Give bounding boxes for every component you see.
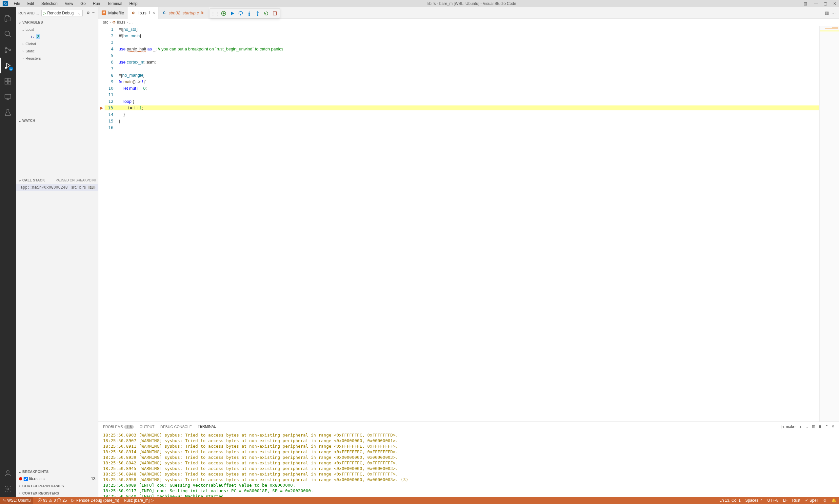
debug-icon[interactable]: 1 [0,58,16,73]
chevron-right-icon: › [17,491,22,495]
search-icon[interactable] [0,26,16,42]
menu-file[interactable]: File [11,1,23,6]
stack-frame[interactable]: app::main@0x08000248 src/lib.rs 13 [16,184,98,191]
variables-section-head[interactable]: ⌄ VARIABLES [16,19,98,26]
chevron-right-icon: › [109,20,111,24]
menu-run[interactable]: Run [90,1,103,6]
svg-point-2 [5,51,7,53]
debug-config-select[interactable]: ▷ Renode Debug ⌄ [41,10,83,16]
problems-status[interactable]: ⓧ 93 ⚠ 0 ⓘ 25 [38,498,67,503]
callstack-section-head[interactable]: ⌄ CALL STACK PAUSED ON BREAKPOINT [16,177,98,184]
maximize-panel-icon[interactable]: ⌃ [825,425,828,429]
panel-tab-output[interactable]: OUTPUT [140,425,154,429]
new-terminal-icon[interactable]: ＋ [799,425,802,429]
watch-section-head[interactable]: ⌄ WATCH [16,117,98,124]
breakpoints-section-head[interactable]: ⌄ BREAKPOINTS [16,468,98,475]
tab-startup[interactable]: Cstm32_startup.c9+ [159,7,208,19]
menu-view[interactable]: View [62,1,76,6]
kill-terminal-icon[interactable]: 🗑 [818,425,822,429]
code-editor[interactable]: 1#![no_std] 2#![no_main] 3 4use panic_ha… [98,26,839,421]
close-icon[interactable]: × [152,10,155,15]
step-over-button[interactable] [236,9,245,18]
split-editor-icon[interactable]: ▥ [825,11,829,15]
terminal-line: 18:25:50.8945 [WARNING] sysbus: Tried to… [103,466,834,471]
cortex-registers-head[interactable]: › CORTEX REGISTERS [16,490,98,497]
chevron-down-icon: ⌄ [17,119,22,123]
debug-status[interactable]: ▷ Renode Debug (bare_m) [71,498,119,503]
indentation-status[interactable]: Spaces: 4 [745,498,763,503]
breadcrumb-segment[interactable]: src [103,20,108,24]
breakpoint-path: src [39,476,45,481]
svg-point-13 [240,14,241,15]
tab-librs[interactable]: ⚙lib.rs1× [127,7,159,19]
gear-icon[interactable]: ⚙ [87,11,90,15]
testing-icon[interactable] [0,105,16,121]
panel-tab-terminal[interactable]: TERMINAL [198,425,216,429]
scope-registers[interactable]: ›Registers [16,55,98,62]
sidebar-header: RUN AND DE... ▷ Renode Debug ⌄ ⚙ ⋯ [16,7,98,19]
layout-icon[interactable]: ▥ [804,1,807,6]
accounts-icon[interactable] [0,465,16,481]
scope-static-label: Static [25,49,35,53]
menu-terminal[interactable]: Terminal [105,1,124,6]
minimize-button[interactable]: — [814,1,818,6]
extensions-icon[interactable] [0,73,16,89]
restart-button[interactable] [262,9,271,18]
menu-selection[interactable]: Selection [39,1,60,6]
step-into-button[interactable] [245,9,254,18]
makefile-icon: M [102,11,106,15]
run-and-debug-label: RUN AND DE... [18,11,39,15]
tab-row: MMakefile ⚙lib.rs1× Cstm32_startup.c9+ ⋮… [98,7,839,19]
breadcrumb-segment[interactable]: lib.rs [117,20,125,24]
grip-icon[interactable]: ⋮⋮ [211,9,219,18]
chevron-down-icon[interactable]: ⌄ [806,425,808,429]
notifications-icon[interactable]: 🔔 [832,498,836,503]
language-status[interactable]: Rust [792,498,800,503]
remote-explorer-icon[interactable] [0,89,16,105]
scope-local[interactable]: ⌄Local [16,26,98,33]
svg-rect-7 [8,82,11,84]
spell-status[interactable]: ✓ Spell [805,498,818,503]
close-button[interactable]: ✕ [833,1,836,6]
menu-help[interactable]: Help [127,1,140,6]
maximize-button[interactable]: ▢ [824,1,827,6]
terminal-select[interactable]: ▷ make [782,425,795,429]
more-icon[interactable]: ⋯ [832,11,836,15]
cortex-peripherals-head[interactable]: › CORTEX PERIPHERALS [16,482,98,490]
encoding-status[interactable]: UTF-8 [767,498,778,503]
stop-button[interactable] [271,9,279,18]
variable-row[interactable]: i:2 [16,33,98,40]
terminal-line: 18:25:50.9140 [INFO] machine-0: Machine … [103,493,834,497]
close-panel-icon[interactable]: ✕ [832,425,834,429]
more-icon[interactable]: ⋯ [92,11,96,15]
breadcrumb[interactable]: src › ⚙ lib.rs › ... [98,19,839,26]
remote-indicator[interactable]: ⇋ WSL: Ubuntu [0,497,33,504]
line-number: 14 [105,112,118,117]
breadcrumb-segment[interactable]: ... [129,20,133,24]
panel-tab-debug-console[interactable]: DEBUG CONSOLE [160,425,192,429]
breakpoint-row[interactable]: lib.rs src 13 [16,475,98,482]
scope-global[interactable]: ›Global [16,40,98,48]
scope-static[interactable]: ›Static [16,48,98,55]
tab-makefile[interactable]: MMakefile [98,7,127,19]
eol-status[interactable]: LF [783,498,788,503]
feedback-icon[interactable]: ☺ [823,498,827,503]
play-button[interactable] [228,9,236,18]
terminal-body[interactable]: 18:25:50.8903 [WARNING] sysbus: Tried to… [98,432,839,497]
step-out-button[interactable] [254,9,262,18]
debug-toolbar[interactable]: ⋮⋮ [210,8,280,19]
vscode-icon: ⧉ [3,1,8,6]
breakpoint-checkbox[interactable] [23,477,28,481]
rust-analyzer-status[interactable]: Rust: [bare_m] ▷ [124,498,154,503]
panel-tab-problems[interactable]: PROBLEMS118 [103,425,134,429]
settings-icon[interactable] [0,481,16,497]
explorer-icon[interactable] [0,11,16,26]
chevron-down-icon: ⌄ [17,470,22,474]
cursor-position[interactable]: Ln 13, Col 1 [719,498,741,503]
menu-go[interactable]: Go [78,1,88,6]
continue-button[interactable] [219,9,228,18]
source-control-icon[interactable] [0,42,16,58]
split-terminal-icon[interactable]: ▥ [812,425,815,429]
minimap[interactable] [819,26,839,421]
menu-edit[interactable]: Edit [24,1,37,6]
